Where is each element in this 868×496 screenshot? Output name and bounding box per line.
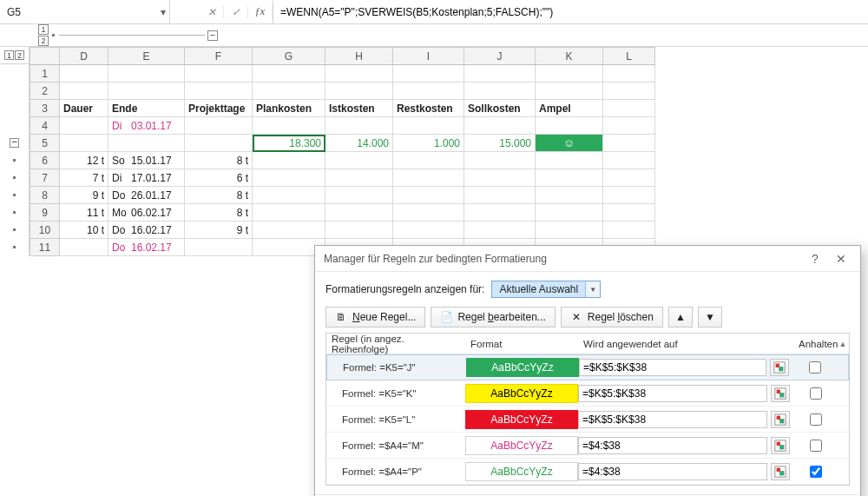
col-header[interactable]: I: [393, 48, 464, 65]
cell[interactable]: 11 t: [60, 204, 108, 222]
column-outline-bar: 1 2 −: [0, 24, 868, 47]
formula-bar: G5 ▾ ✕ ✓ ƒx: [0, 0, 868, 24]
row-header[interactable]: 11: [30, 239, 60, 256]
cell[interactable]: 10 t: [60, 222, 108, 239]
name-box-dropdown-icon[interactable]: ▾: [157, 6, 169, 18]
cell[interactable]: 15.000: [464, 135, 536, 152]
row-outline-column: 1 2 −: [0, 47, 30, 256]
col-outline-level-2[interactable]: 2: [38, 36, 49, 46]
cell-ampel[interactable]: ☺: [536, 135, 603, 152]
dialog-title: Manager für Regeln zur bedingten Formati…: [324, 253, 547, 257]
cell[interactable]: 8 t: [185, 187, 253, 204]
worksheet: 1 2 − D E F G H I: [0, 47, 868, 256]
col-header[interactable]: J: [464, 48, 536, 65]
cell[interactable]: 6 t: [185, 169, 253, 187]
name-box-value: G5: [7, 6, 21, 18]
col-header[interactable]: H: [326, 48, 393, 65]
cell[interactable]: Istkosten: [326, 100, 393, 117]
cell[interactable]: 7 t: [60, 169, 108, 187]
cancel-formula-icon[interactable]: ✕: [200, 6, 224, 18]
cell[interactable]: Mo06.02.17: [108, 204, 185, 222]
formula-buttons: ✕ ✓ ƒx: [170, 0, 273, 23]
cell[interactable]: So15.01.17: [108, 152, 185, 169]
select-all-corner[interactable]: [30, 48, 60, 65]
row-header[interactable]: 5: [30, 135, 60, 152]
cell[interactable]: Ende: [108, 100, 185, 117]
col-header[interactable]: D: [60, 48, 108, 65]
row-header[interactable]: 2: [30, 83, 60, 100]
close-icon[interactable]: ✕: [831, 252, 852, 257]
col-header[interactable]: K: [536, 48, 603, 65]
col-header[interactable]: E: [108, 48, 185, 65]
name-box[interactable]: G5 ▾: [0, 0, 170, 23]
row-header[interactable]: 7: [30, 169, 60, 187]
cell[interactable]: Di03.01.17: [108, 117, 185, 135]
cell[interactable]: 9 t: [60, 187, 108, 204]
row-header[interactable]: 8: [30, 187, 60, 204]
cell[interactable]: 12 t: [60, 152, 108, 169]
cell[interactable]: Ampel: [536, 100, 603, 117]
cell[interactable]: Do16.02.17: [108, 239, 185, 256]
cell[interactable]: [185, 239, 253, 256]
row-outline-level-2[interactable]: 2: [15, 50, 24, 60]
cell[interactable]: 8 t: [185, 204, 253, 222]
fx-icon[interactable]: ƒx: [248, 5, 273, 18]
row-header[interactable]: 3: [30, 100, 60, 117]
spreadsheet-grid[interactable]: D E F G H I J K L 1 2 3 Dauer Ende Proje…: [30, 47, 655, 256]
cell[interactable]: Do16.02.17: [108, 222, 185, 239]
row-header[interactable]: 1: [30, 65, 60, 83]
cell[interactable]: Dauer: [60, 100, 108, 117]
col-outline-level-1[interactable]: 1: [38, 24, 49, 35]
col-header[interactable]: F: [185, 48, 253, 65]
cell[interactable]: 14.000: [326, 135, 393, 152]
conditional-formatting-dialog: Manager für Regeln zur bedingten Formati…: [314, 245, 861, 256]
row-header[interactable]: 9: [30, 204, 60, 222]
cell[interactable]: [603, 100, 655, 117]
cell[interactable]: Projekttage: [185, 100, 253, 117]
help-icon[interactable]: ?: [805, 252, 825, 257]
col-header[interactable]: L: [603, 48, 655, 65]
enter-formula-icon[interactable]: ✓: [224, 6, 248, 18]
row-header[interactable]: 10: [30, 222, 60, 239]
cell[interactable]: Restkosten: [393, 100, 464, 117]
row-header[interactable]: 4: [30, 117, 60, 135]
cell[interactable]: [60, 239, 108, 256]
col-header[interactable]: G: [253, 48, 326, 65]
cell[interactable]: 1.000: [393, 135, 464, 152]
row-outline-collapse-icon[interactable]: −: [10, 138, 19, 148]
col-outline-collapse-icon[interactable]: −: [207, 30, 218, 41]
active-cell[interactable]: 18.300: [253, 135, 326, 152]
formula-input[interactable]: [279, 5, 863, 19]
formula-input-wrap: [273, 0, 868, 23]
cell[interactable]: 8 t: [185, 152, 253, 169]
cell[interactable]: Di17.01.17: [108, 169, 185, 187]
cell[interactable]: Do26.01.17: [108, 187, 185, 204]
row-header[interactable]: 6: [30, 152, 60, 169]
cell[interactable]: 9 t: [185, 222, 253, 239]
row-outline-level-1[interactable]: 1: [4, 50, 14, 60]
cell[interactable]: Plankosten: [253, 100, 326, 117]
cell[interactable]: Sollkosten: [464, 100, 536, 117]
